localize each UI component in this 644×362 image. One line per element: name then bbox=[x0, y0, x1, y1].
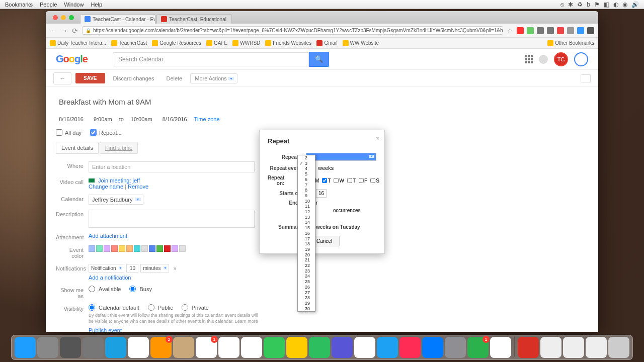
color-swatch[interactable] bbox=[172, 245, 178, 252]
starts-on-input[interactable]: 16 bbox=[316, 189, 327, 198]
vis-public-radio[interactable] bbox=[148, 304, 154, 311]
dropdown-option[interactable]: 14 bbox=[298, 220, 315, 225]
dialog-close-icon[interactable]: × bbox=[375, 134, 379, 142]
dock-doc3-icon[interactable] bbox=[586, 337, 607, 358]
dropdown-option[interactable]: 9 bbox=[298, 193, 315, 199]
dropdown-option[interactable]: 25 bbox=[298, 279, 315, 285]
ext-icon[interactable] bbox=[537, 27, 544, 34]
minimize-window-icon[interactable] bbox=[61, 15, 66, 20]
vis-private-radio[interactable] bbox=[182, 304, 188, 311]
apps-icon[interactable] bbox=[525, 55, 533, 63]
timezone-link[interactable]: Time zone bbox=[194, 116, 220, 122]
dropdown-option[interactable]: 23 bbox=[298, 268, 315, 274]
add-attachment-link[interactable]: Add attachment bbox=[89, 233, 127, 239]
time-to-input[interactable]: 10:00am bbox=[128, 114, 155, 124]
color-swatch[interactable] bbox=[104, 245, 110, 252]
dock-appstore-icon[interactable] bbox=[422, 337, 443, 358]
dock-doc1-icon[interactable] bbox=[540, 337, 561, 358]
dock-settings-icon[interactable] bbox=[445, 337, 466, 358]
dropdown-option[interactable]: 26 bbox=[298, 285, 315, 290]
dropdown-option[interactable]: 12 bbox=[298, 209, 315, 215]
showme-available-radio[interactable] bbox=[89, 286, 95, 292]
ext-icon[interactable] bbox=[577, 27, 584, 34]
ext-icon[interactable] bbox=[547, 27, 554, 34]
color-swatch[interactable] bbox=[156, 245, 163, 252]
dock-doc2-icon[interactable] bbox=[563, 337, 584, 358]
color-swatch[interactable] bbox=[149, 245, 155, 252]
dock-preview-icon[interactable] bbox=[218, 337, 239, 358]
dropdown-option[interactable]: 4 bbox=[298, 166, 315, 171]
description-textarea[interactable] bbox=[89, 210, 255, 228]
dropdown-option[interactable]: 6 bbox=[298, 177, 315, 183]
bookmark-item[interactable]: GAFE bbox=[206, 40, 227, 46]
more-actions-dropdown[interactable]: More Actions bbox=[190, 73, 237, 83]
dock-toolbox-icon[interactable] bbox=[518, 337, 539, 358]
dock-calendar-icon[interactable]: 1 bbox=[196, 337, 217, 358]
bookmark-item[interactable]: Google Resources bbox=[152, 40, 201, 46]
color-swatch[interactable] bbox=[134, 245, 140, 252]
dropdown-option[interactable]: 10 bbox=[298, 199, 315, 204]
where-input[interactable]: Enter a location bbox=[89, 161, 255, 172]
dropdown-option[interactable]: 21 bbox=[298, 257, 315, 263]
day-checkbox[interactable]: W bbox=[334, 178, 344, 184]
dock-feedly-icon[interactable]: 1 bbox=[467, 337, 489, 358]
back-button[interactable]: ← bbox=[53, 72, 71, 84]
avatar-secondary[interactable] bbox=[574, 52, 588, 66]
other-bookmarks[interactable]: Other Bookmarks bbox=[547, 40, 594, 46]
bookmark-item[interactable]: WW Website bbox=[343, 40, 379, 46]
star-icon[interactable]: ☆ bbox=[507, 27, 513, 34]
dropdown-option[interactable]: 15 bbox=[298, 225, 315, 231]
dock-contacts-icon[interactable] bbox=[173, 337, 194, 358]
dock-photos-icon[interactable] bbox=[241, 337, 262, 358]
menu-help[interactable]: Help bbox=[91, 2, 102, 8]
delete-button[interactable]: Delete bbox=[162, 75, 186, 81]
dropdown-option[interactable]: 18 bbox=[298, 241, 315, 247]
dropdown-option[interactable]: 3 bbox=[298, 161, 315, 166]
video-change-link[interactable]: Change name bbox=[89, 184, 123, 190]
dropdown-option[interactable]: 27 bbox=[298, 290, 315, 296]
dock-rocket-icon[interactable] bbox=[60, 337, 81, 358]
dock-launchpad-icon[interactable] bbox=[37, 337, 58, 358]
dock-textedit-icon[interactable] bbox=[354, 337, 375, 358]
dock-stack-icon[interactable] bbox=[83, 337, 104, 358]
dropdown-option[interactable]: 2 bbox=[298, 155, 315, 161]
dock-itunes-icon[interactable] bbox=[399, 337, 421, 358]
date-to-input[interactable]: 8/16/2016 bbox=[159, 114, 190, 124]
color-swatch[interactable] bbox=[179, 245, 186, 252]
add-notification-link[interactable]: Add a notification bbox=[89, 275, 131, 281]
menu-bookmarks[interactable]: Bookmarks bbox=[5, 2, 33, 8]
tab-find-time[interactable]: Find a time bbox=[100, 142, 138, 154]
dropdown-option[interactable]: 11 bbox=[298, 204, 315, 209]
vis-default-radio[interactable] bbox=[89, 304, 95, 311]
dock-finder-icon[interactable] bbox=[15, 337, 36, 358]
video-join-link[interactable]: Join meeting: jeff bbox=[98, 177, 140, 184]
ext-icon[interactable] bbox=[587, 27, 594, 34]
dock-trash-icon[interactable] bbox=[608, 337, 629, 358]
color-swatch[interactable] bbox=[164, 245, 171, 252]
dock-grid-icon[interactable] bbox=[128, 337, 149, 358]
dropdown-option[interactable]: 19 bbox=[298, 247, 315, 252]
maximize-window-icon[interactable] bbox=[69, 15, 74, 20]
notif-type-select[interactable]: Notification bbox=[89, 264, 124, 273]
search-input[interactable]: Search Calendar bbox=[113, 52, 309, 66]
color-swatch[interactable] bbox=[119, 245, 125, 252]
notif-value-input[interactable]: 10 bbox=[126, 264, 138, 273]
date-from-input[interactable]: 8/16/2016 bbox=[56, 114, 87, 124]
dock-evernote-icon[interactable] bbox=[309, 337, 330, 358]
bookmark-item[interactable]: TeacherCast bbox=[111, 40, 147, 46]
dropdown-option[interactable]: 29 bbox=[298, 301, 315, 306]
color-swatch[interactable] bbox=[111, 245, 118, 252]
avatar[interactable]: TC bbox=[554, 52, 568, 66]
day-checkbox[interactable]: T bbox=[322, 178, 331, 184]
dock-chrome-icon[interactable] bbox=[490, 337, 511, 358]
showme-busy-radio[interactable] bbox=[129, 286, 136, 292]
ext-icon[interactable] bbox=[527, 27, 534, 34]
browser-tab-inactive[interactable]: TeacherCast: Educational bbox=[156, 14, 232, 24]
bookmark-item[interactable]: Friends Websites bbox=[265, 40, 311, 46]
dropdown-option[interactable]: 16 bbox=[298, 231, 315, 236]
video-remove-link[interactable]: Remove bbox=[128, 184, 148, 190]
color-swatch[interactable] bbox=[141, 245, 148, 252]
browser-tab-active[interactable]: TeacherCast - Calendar - Eve bbox=[80, 14, 155, 24]
color-swatch[interactable] bbox=[89, 245, 95, 252]
dropdown-option[interactable]: 13 bbox=[298, 215, 315, 220]
